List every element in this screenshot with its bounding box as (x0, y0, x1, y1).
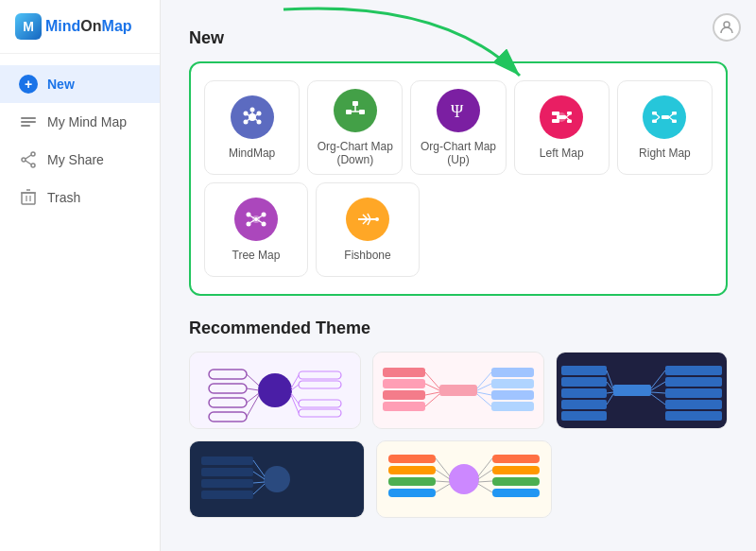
new-section-title: New (189, 28, 728, 48)
svg-rect-48 (672, 112, 677, 115)
svg-rect-122 (201, 468, 253, 476)
profile-icon[interactable] (713, 13, 741, 42)
main-content: New (161, 0, 756, 551)
svg-line-125 (253, 460, 265, 476)
theme-card-1[interactable] (189, 352, 361, 429)
svg-point-67 (258, 373, 292, 407)
map-item-right-map[interactable]: Right Map (617, 80, 713, 175)
theme-card-2[interactable] (372, 352, 544, 429)
svg-point-16 (249, 108, 254, 112)
theme-card-3[interactable] (556, 352, 728, 429)
svg-point-5 (22, 158, 26, 162)
svg-point-120 (264, 466, 290, 492)
svg-rect-138 (492, 455, 540, 463)
svg-rect-39 (567, 112, 572, 115)
svg-rect-105 (561, 400, 607, 409)
svg-rect-1 (21, 121, 36, 123)
sidebar-item-my-mind-map[interactable]: My Mind Map (0, 103, 160, 141)
share-icon (19, 150, 38, 169)
svg-rect-139 (492, 466, 540, 474)
map-item-org-down[interactable]: Org-Chart Map (Down) (307, 80, 403, 175)
svg-line-118 (651, 392, 665, 393)
svg-point-53 (247, 213, 251, 217)
svg-rect-104 (561, 388, 607, 398)
svg-rect-41 (567, 120, 572, 124)
svg-line-134 (436, 458, 450, 476)
theme-card-4[interactable] (189, 440, 365, 518)
svg-line-97 (477, 372, 491, 388)
map-item-fishbone[interactable]: Fishbone (316, 182, 420, 277)
svg-line-110 (607, 394, 613, 405)
right-map-icon (643, 95, 686, 139)
svg-rect-70 (209, 398, 247, 407)
svg-rect-130 (388, 455, 436, 463)
svg-rect-69 (209, 384, 247, 393)
svg-rect-96 (491, 402, 534, 411)
svg-point-55 (247, 222, 251, 227)
svg-rect-84 (439, 385, 477, 396)
svg-line-98 (477, 384, 491, 390)
theme-preview-3 (557, 353, 727, 428)
svg-rect-103 (561, 377, 607, 387)
svg-line-19 (255, 114, 257, 116)
svg-line-144 (478, 481, 492, 482)
svg-line-90 (425, 384, 439, 390)
svg-line-89 (425, 372, 439, 388)
svg-point-4 (31, 164, 35, 167)
tree-map-label: Tree Map (232, 249, 281, 262)
svg-rect-76 (299, 371, 341, 379)
svg-point-59 (262, 222, 266, 227)
recommended-section: Recommended Theme (189, 319, 728, 518)
map-item-mindmap[interactable]: MindMap (204, 80, 300, 175)
trash-icon (19, 188, 38, 207)
sidebar-item-mindmap-label: My Mind Map (47, 114, 127, 129)
svg-text:Ψ: Ψ (451, 102, 464, 121)
svg-rect-121 (201, 456, 253, 465)
sidebar-item-my-share[interactable]: My Share (0, 141, 160, 179)
svg-line-135 (436, 470, 450, 479)
theme-card-5[interactable] (376, 440, 552, 518)
map-grid: MindMap Org-Chart Map (Down) (204, 80, 713, 277)
recommended-title: Recommended Theme (189, 319, 728, 338)
right-map-label: Right Map (639, 146, 691, 160)
svg-rect-124 (201, 491, 253, 499)
svg-point-66 (375, 217, 379, 221)
logo-on: On (80, 18, 101, 34)
svg-point-15 (249, 113, 256, 121)
map-item-left-map[interactable]: Left Map (514, 80, 610, 175)
svg-rect-86 (383, 379, 425, 388)
svg-rect-101 (613, 385, 651, 396)
svg-rect-113 (665, 388, 722, 398)
svg-line-7 (26, 161, 31, 164)
org-down-label: Org-Chart Map (Down) (318, 140, 393, 166)
svg-rect-68 (209, 370, 247, 379)
svg-line-126 (253, 472, 265, 479)
svg-rect-79 (299, 409, 341, 417)
svg-rect-106 (561, 411, 607, 421)
svg-rect-132 (388, 477, 436, 486)
svg-rect-44 (652, 112, 657, 115)
svg-line-109 (607, 392, 613, 393)
svg-rect-114 (665, 400, 722, 409)
svg-point-13 (724, 22, 730, 27)
theme-preview-2 (373, 353, 543, 428)
svg-rect-115 (665, 411, 722, 421)
svg-line-145 (478, 484, 492, 492)
theme-grid-top (189, 352, 728, 429)
svg-line-73 (247, 388, 259, 390)
svg-rect-26 (352, 101, 358, 106)
map-item-tree-map[interactable]: Tree Map (204, 182, 308, 277)
new-section: MindMap Org-Chart Map (Down) (189, 61, 728, 296)
svg-line-137 (436, 484, 450, 492)
logo: M MindOnMap (0, 0, 160, 54)
sidebar-item-trash[interactable]: Trash (0, 179, 160, 216)
theme-preview-4 (190, 441, 364, 517)
svg-line-127 (253, 482, 265, 483)
svg-rect-8 (22, 193, 35, 204)
svg-rect-50 (672, 120, 677, 124)
logo-icon: M (15, 13, 42, 40)
map-item-org-up[interactable]: Ψ Org-Chart Map (Up) (410, 80, 506, 175)
svg-line-119 (651, 394, 665, 405)
sidebar-item-new[interactable]: + New (0, 65, 160, 103)
map-row-2: Tree Map Fishbone (204, 182, 713, 277)
